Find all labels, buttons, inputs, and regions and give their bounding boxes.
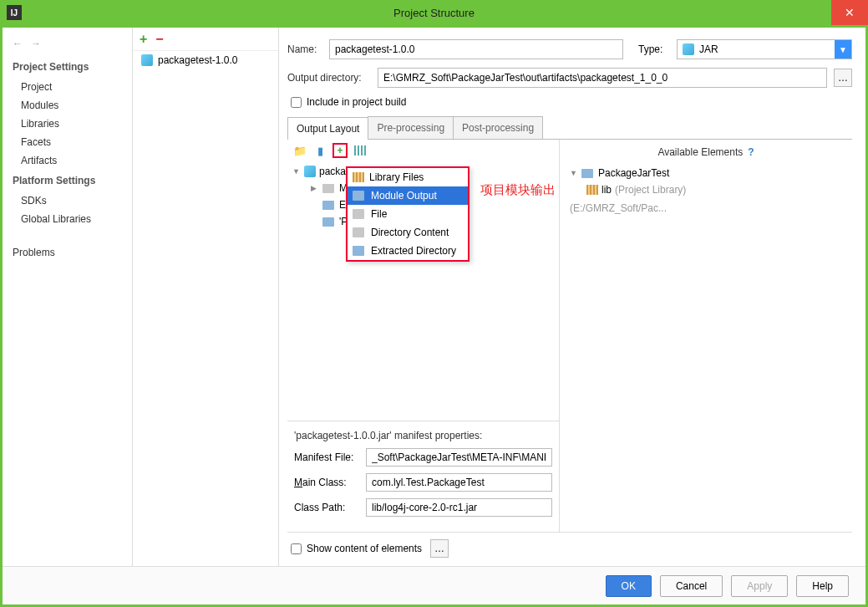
chevron-down-icon: ▼ xyxy=(835,40,851,59)
menu-library-files[interactable]: Library Files xyxy=(348,168,468,186)
new-archive-icon[interactable]: ▮ xyxy=(312,143,327,158)
sidebar-item-modules[interactable]: Modules xyxy=(3,96,132,115)
class-path-label: Class Path: xyxy=(294,502,359,513)
nav-back-icon[interactable]: ← xyxy=(13,38,23,49)
project-icon xyxy=(581,169,593,178)
sidebar-item-global-libraries[interactable]: Global Libraries xyxy=(3,210,132,228)
add-artifact-button[interactable]: + xyxy=(140,32,147,47)
type-value: JAR xyxy=(699,43,718,55)
library-icon xyxy=(353,172,364,182)
help-icon[interactable]: ? xyxy=(748,146,754,158)
available-elements-panel: Available Elements ? ▼ PackageJarTest li… xyxy=(560,140,852,532)
menu-file[interactable]: File xyxy=(348,205,468,223)
window-title: Project Structure xyxy=(393,7,475,19)
available-header: Available Elements xyxy=(657,146,743,158)
menu-directory-content[interactable]: Directory Content xyxy=(348,223,468,242)
jar-icon xyxy=(683,43,694,55)
manifest-header: 'packagetest-1.0.0.jar' manifest propert… xyxy=(294,430,552,441)
manifest-file-label: Manifest File: xyxy=(294,451,359,463)
add-copy-button[interactable]: + xyxy=(332,143,348,158)
apply-button[interactable]: Apply xyxy=(731,575,788,597)
artifact-label: packagetest-1.0.0 xyxy=(158,54,237,66)
help-button[interactable]: Help xyxy=(796,575,849,597)
sidebar-item-sdks[interactable]: SDKs xyxy=(3,191,132,210)
show-content-checkbox[interactable] xyxy=(291,543,302,554)
manifest-panel: 'packagetest-1.0.0.jar' manifest propert… xyxy=(287,421,559,532)
available-project-node[interactable]: ▼ PackageJarTest xyxy=(566,165,845,181)
extracted-icon xyxy=(322,201,334,210)
main-class-input[interactable] xyxy=(366,473,552,492)
add-copy-menu: Library Files Module Output File Directo… xyxy=(346,166,470,262)
manifest-file-input[interactable] xyxy=(366,448,552,467)
path-hint: (E:/GMRZ_Soft/Pac... xyxy=(566,200,845,217)
tab-postprocessing[interactable]: Post-processing xyxy=(453,116,543,139)
show-content-label: Show content of elements xyxy=(307,543,422,554)
title-bar: IJ Project Structure ✕ xyxy=(0,0,868,25)
cancel-button[interactable]: Cancel xyxy=(660,575,723,597)
available-lib-node[interactable]: lib (Project Library) xyxy=(566,181,845,198)
tab-output-layout[interactable]: Output Layout xyxy=(287,117,368,140)
browse-button[interactable]: … xyxy=(834,69,852,87)
library-icon xyxy=(586,185,598,195)
folder-icon xyxy=(322,184,334,193)
menu-extracted-directory[interactable]: Extracted Directory xyxy=(348,242,468,260)
module-output-icon xyxy=(322,217,334,227)
sidebar-category: Platform Settings xyxy=(3,170,132,191)
name-label: Name: xyxy=(287,43,322,55)
annotation-text: 项目模块输出 xyxy=(480,182,556,198)
new-folder-icon[interactable]: 📁 xyxy=(292,143,307,158)
nav-forward-icon[interactable]: → xyxy=(31,38,41,49)
close-button[interactable]: ✕ xyxy=(831,0,868,25)
include-build-checkbox[interactable] xyxy=(291,97,302,108)
type-combo[interactable]: JAR ▼ xyxy=(677,39,852,59)
artifact-node[interactable]: packagetest-1.0.0 xyxy=(133,51,278,69)
outputdir-input[interactable] xyxy=(378,68,827,88)
name-input[interactable] xyxy=(329,39,623,59)
jar-icon xyxy=(304,166,316,177)
sidebar-item-project[interactable]: Project xyxy=(3,78,132,96)
artifact-details: Name: Type: JAR ▼ Output directory: … In… xyxy=(279,28,865,566)
sidebar-category: Project Settings xyxy=(3,56,132,78)
sidebar-item-libraries[interactable]: Libraries xyxy=(3,115,132,133)
class-path-input[interactable] xyxy=(366,498,552,517)
sidebar-item-artifacts[interactable]: Artifacts xyxy=(3,151,132,170)
remove-artifact-button[interactable]: − xyxy=(155,32,163,47)
artifact-tabs: Output Layout Pre-processing Post-proces… xyxy=(287,116,852,140)
file-icon xyxy=(353,209,364,219)
menu-module-output[interactable]: Module Output xyxy=(348,186,468,205)
main-class-label: Main Class: xyxy=(294,477,359,488)
folder-icon xyxy=(353,227,364,237)
app-icon: IJ xyxy=(7,5,22,20)
extracted-icon xyxy=(353,246,364,256)
ok-button[interactable]: OK xyxy=(606,575,652,597)
artifact-list-panel: + − packagetest-1.0.0 xyxy=(133,28,279,566)
tab-preprocessing[interactable]: Pre-processing xyxy=(368,116,454,139)
sidebar-item-problems[interactable]: Problems xyxy=(3,243,132,262)
sort-icon[interactable] xyxy=(353,143,368,158)
outputdir-label: Output directory: xyxy=(287,72,371,84)
show-content-options[interactable]: … xyxy=(430,539,449,558)
jar-icon xyxy=(141,54,153,66)
settings-sidebar: ← → Project Settings Project Modules Lib… xyxy=(3,28,133,566)
module-icon xyxy=(353,191,364,201)
include-build-label: Include in project build xyxy=(307,96,406,108)
dialog-footer: OK Cancel Apply Help xyxy=(3,566,865,604)
sidebar-item-facets[interactable]: Facets xyxy=(3,133,132,151)
type-label: Type: xyxy=(638,43,670,55)
